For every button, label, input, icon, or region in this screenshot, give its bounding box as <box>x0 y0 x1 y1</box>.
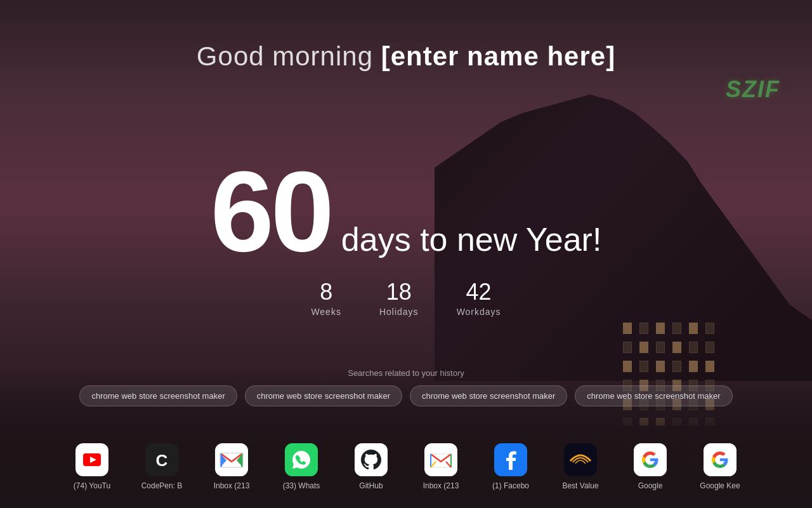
shortcut-gmail1-label: Inbox (213 <box>214 481 250 490</box>
shortcut-github[interactable]: GitHub <box>343 438 400 495</box>
shortcut-gmail1[interactable]: Inbox (213 <box>203 438 260 495</box>
countdown-number: 60 <box>211 154 331 269</box>
search-section: Searches related to your history chrome … <box>0 368 812 406</box>
whatsapp-icon <box>285 443 318 476</box>
shortcut-facebook-label: (1) Facebo <box>492 481 529 490</box>
shortcut-bestvalue-label: Best Value <box>562 481 598 490</box>
youtube-icon <box>75 443 108 476</box>
greeting-name: [enter name here] <box>381 41 615 71</box>
svg-text:C: C <box>156 451 168 470</box>
stat-workdays: 42 Workdays <box>457 279 501 317</box>
shortcut-googlekee-label: Google Kee <box>700 481 740 490</box>
shortcut-codepen[interactable]: C CodePen: B <box>133 438 190 495</box>
svg-rect-12 <box>424 443 457 476</box>
stat-workdays-value: 42 <box>457 279 501 305</box>
shortcut-google[interactable]: Google <box>622 438 679 495</box>
shortcut-youtube-label: (74) YouTu <box>74 481 110 490</box>
shortcut-google-label: Google <box>638 481 663 490</box>
codepen-icon: C <box>145 443 178 476</box>
stat-weeks: 8 Weeks <box>311 279 341 317</box>
stat-holidays-value: 18 <box>379 279 419 305</box>
search-chips-container: chrome web store screenshot maker chrome… <box>79 385 732 406</box>
search-chip-4[interactable]: chrome web store screenshot maker <box>575 385 732 406</box>
shortcut-gmail2-label: Inbox (213 <box>423 481 459 490</box>
shortcut-gmail2[interactable]: Inbox (213 <box>412 438 469 495</box>
search-chip-2[interactable]: chrome web store screenshot maker <box>245 385 402 406</box>
stat-weeks-value: 8 <box>311 279 341 305</box>
shortcuts-bar: (74) YouTu C CodePen: B <box>0 425 812 508</box>
shortcut-codepen-label: CodePen: B <box>141 481 183 490</box>
shortcut-youtube[interactable]: (74) YouTu <box>63 438 121 495</box>
countdown-container: 60 days to new Year! 8 Weeks 18 Holidays… <box>211 154 602 317</box>
shortcut-whatsapp[interactable]: (33) Whats <box>273 438 330 495</box>
shortcut-github-label: GitHub <box>359 481 383 490</box>
facebook-icon <box>494 443 527 476</box>
stat-holidays: 18 Holidays <box>379 279 419 317</box>
search-chip-1[interactable]: chrome web store screenshot maker <box>79 385 237 406</box>
gmail2-icon <box>424 443 457 476</box>
google-icon <box>634 443 667 476</box>
bestvalue-icon <box>564 443 597 476</box>
shortcut-whatsapp-label: (33) Whats <box>283 481 320 490</box>
gmail1-icon <box>215 443 248 476</box>
greeting-container: Good morning [enter name here] <box>197 41 615 72</box>
countdown-label: days to new Year! <box>341 223 602 256</box>
stat-workdays-label: Workdays <box>457 307 501 317</box>
googlekee-icon <box>704 443 737 476</box>
github-icon <box>355 443 388 476</box>
stats-row: 8 Weeks 18 Holidays 42 Workdays <box>211 279 602 317</box>
search-history-label: Searches related to your history <box>348 368 464 378</box>
stat-holidays-label: Holidays <box>379 307 419 317</box>
stat-weeks-label: Weeks <box>311 307 341 317</box>
svg-rect-17 <box>564 443 597 476</box>
greeting-prefix: Good morning <box>197 41 373 71</box>
shortcut-googlekee[interactable]: Google Kee <box>691 438 749 495</box>
shortcut-facebook[interactable]: (1) Facebo <box>482 438 539 495</box>
search-chip-3[interactable]: chrome web store screenshot maker <box>410 385 567 406</box>
countdown-days-row: 60 days to new Year! <box>211 154 602 269</box>
svg-rect-11 <box>355 443 388 476</box>
shortcut-bestvalue[interactable]: Best Value <box>552 438 609 495</box>
